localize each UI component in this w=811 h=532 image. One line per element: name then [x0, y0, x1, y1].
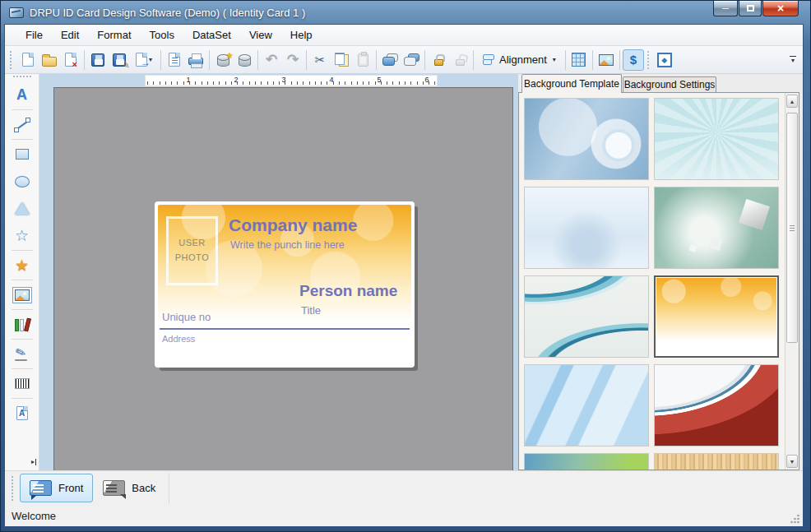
cut-icon: ✂ [315, 53, 326, 67]
grid-button[interactable] [568, 49, 590, 71]
maximize-button[interactable] [739, 1, 762, 16]
front-page-tab[interactable]: Front [20, 474, 93, 502]
save-as-button[interactable]: ✎ [109, 49, 130, 71]
export-icon: → [136, 53, 147, 67]
lock-button[interactable] [428, 49, 449, 71]
template-thumb-yellow-bokeh-selected[interactable] [654, 275, 779, 358]
shape-tool-icon: ★ [15, 257, 29, 273]
book-green [15, 319, 19, 331]
line-tool-button[interactable] [8, 111, 36, 138]
scrollbar-thumb[interactable] [786, 113, 798, 343]
picture-tool-button[interactable] [8, 281, 36, 308]
redo-button[interactable]: ↷ [282, 49, 304, 71]
back-page-tab[interactable]: Back [93, 474, 165, 502]
id-card[interactable]: USER PHOTO Company name Write the punch … [155, 201, 415, 368]
copy-button[interactable] [331, 49, 352, 71]
titlebar[interactable]: DRPU ID Card Design Software (Demo) ( Id… [1, 1, 810, 24]
tool-palette-grip[interactable] [13, 76, 31, 79]
fit-to-screen-icon: ◆ [657, 53, 672, 67]
template-thumb-world-map-globe[interactable] [524, 98, 649, 180]
currency-button[interactable]: $ [623, 49, 644, 71]
menu-format[interactable]: Format [88, 25, 140, 44]
photo-button[interactable] [596, 49, 617, 71]
minimize-icon: ─ [722, 3, 729, 13]
toolbar-overflow-button[interactable]: ▾ [786, 52, 799, 68]
person-name-text[interactable]: Person name [299, 282, 397, 300]
wordart-letter: A [17, 407, 27, 419]
paste-button[interactable] [352, 49, 373, 71]
add-database-button[interactable]: ★ [212, 49, 234, 71]
signature-tool-button[interactable]: ✎ [8, 340, 36, 368]
unlock-button[interactable] [449, 49, 470, 71]
template-thumb-sunburst-building[interactable] [654, 98, 779, 180]
fit-to-screen-button[interactable]: ◆ [654, 49, 675, 71]
tool-palette-overflow-button[interactable]: ▸ [31, 458, 36, 465]
tab-background-template[interactable]: Background Template [521, 74, 622, 93]
template-thumb-blue-diagonal-curves[interactable] [524, 364, 649, 446]
template-scrollbar[interactable]: ▲ ▼ [785, 93, 799, 470]
template-thumb-blue-waves[interactable] [524, 275, 649, 358]
status-text: Welcome [12, 510, 56, 522]
toolbar-grip[interactable] [10, 51, 13, 69]
undo-icon: ↶ [266, 51, 277, 68]
front-page-icon [30, 480, 52, 496]
toolbar: × ✎ →▾ ★ ↶ ↷ ✂ [5, 46, 803, 74]
template-thumb-3d-cubes[interactable] [654, 187, 779, 269]
send-to-back-button[interactable] [401, 49, 422, 71]
person-title-text[interactable]: Title [301, 304, 321, 317]
minimize-button[interactable]: ─ [713, 1, 738, 16]
wordart-tool-button[interactable]: A [8, 400, 36, 427]
ellipse-tool-button[interactable] [8, 168, 36, 195]
resize-grip[interactable] [790, 513, 800, 524]
delete-document-button[interactable]: × [60, 49, 81, 71]
open-button[interactable] [39, 49, 60, 71]
star-tool-button[interactable]: ☆ [8, 222, 36, 249]
template-thumb-green-wave[interactable] [524, 453, 649, 470]
user-photo-placeholder[interactable]: USER PHOTO [166, 216, 218, 285]
undo-button[interactable]: ↶ [261, 49, 282, 71]
menu-dataset[interactable]: DataSet [183, 25, 240, 44]
new-document-button[interactable] [17, 49, 39, 71]
page-bar-grip[interactable] [12, 476, 15, 501]
dollar-icon: $ [630, 53, 637, 67]
database-button[interactable] [234, 49, 255, 71]
toolbar-dotted-separator [647, 51, 651, 69]
tool-separator [12, 280, 33, 280]
company-name-text[interactable]: Company name [229, 215, 357, 235]
menu-view[interactable]: View [240, 25, 281, 44]
tool-separator [12, 250, 33, 251]
template-thumb-university-building[interactable] [524, 187, 649, 269]
menu-edit[interactable]: Edit [52, 25, 88, 44]
unique-no-text[interactable]: Unique no [162, 311, 211, 323]
punch-line-text[interactable]: Write the punch line here [230, 239, 345, 251]
triangle-tool-button[interactable] [8, 195, 36, 222]
bring-to-front-button[interactable] [379, 49, 401, 71]
rectangle-tool-button[interactable] [8, 141, 36, 168]
template-thumb-red-swoosh[interactable] [654, 364, 779, 446]
design-canvas[interactable]: USER PHOTO Company name Write the punch … [53, 87, 513, 472]
cut-button[interactable]: ✂ [309, 49, 331, 71]
maximize-icon [747, 5, 754, 12]
tab-background-settings[interactable]: Background Settings [623, 76, 716, 92]
toolbar-separator [84, 50, 85, 70]
close-button[interactable]: × [762, 1, 799, 16]
scroll-up-button[interactable]: ▲ [786, 95, 798, 108]
text-tool-button[interactable]: A [8, 81, 36, 109]
triangle-tool-icon [15, 202, 30, 215]
menu-tools[interactable]: Tools [141, 25, 183, 44]
library-tool-button[interactable] [8, 311, 36, 338]
alignment-button[interactable]: Alignment ▾ [476, 49, 563, 71]
preview-button[interactable] [164, 49, 185, 71]
shape-tool-button[interactable]: ★ [8, 252, 36, 279]
address-text[interactable]: Address [162, 334, 195, 344]
scroll-down-button[interactable]: ▼ [786, 455, 798, 468]
template-thumb-wood-stripes[interactable] [654, 453, 779, 470]
print-button[interactable] [185, 49, 206, 71]
menu-file[interactable]: File [16, 25, 52, 44]
export-button[interactable]: →▾ [130, 49, 158, 71]
open-folder-icon [42, 57, 57, 67]
menu-help[interactable]: Help [281, 25, 322, 44]
rectangle-tool-icon [16, 149, 29, 160]
save-button[interactable] [87, 49, 109, 71]
barcode-tool-button[interactable] [8, 370, 36, 397]
